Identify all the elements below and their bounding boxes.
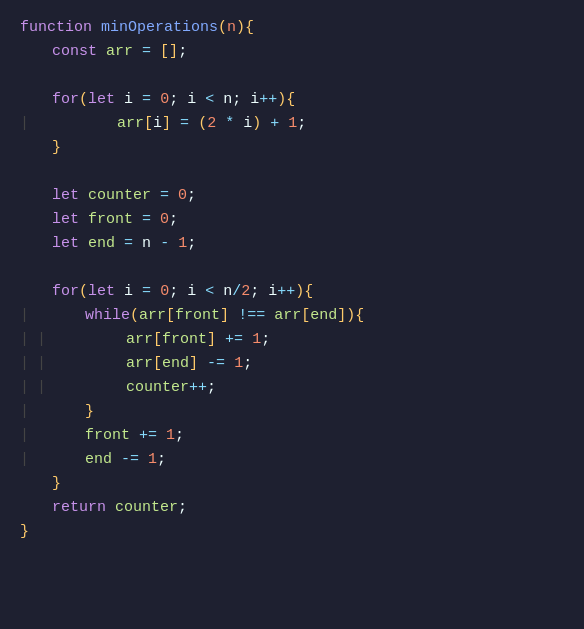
semi6: ; bbox=[187, 232, 196, 256]
var-i7: i bbox=[187, 280, 196, 304]
indent-bar6: | bbox=[37, 352, 46, 376]
var-i: i bbox=[124, 88, 133, 112]
code-line-4: for(let i = 0; i < n; i++){ bbox=[20, 88, 564, 112]
op-minus: - bbox=[160, 232, 169, 256]
var-end4: end bbox=[85, 448, 112, 472]
code-line-8: let counter = 0; bbox=[20, 184, 564, 208]
num-0: 0 bbox=[160, 88, 169, 112]
var-front: front bbox=[88, 208, 133, 232]
var-front2: front bbox=[175, 304, 220, 328]
close-paren2: ) bbox=[252, 112, 261, 136]
code-line-3 bbox=[20, 64, 564, 88]
var-arr6: arr bbox=[126, 352, 153, 376]
semi13: ; bbox=[157, 448, 166, 472]
op-div: / bbox=[232, 280, 241, 304]
close-paren-for2: ) bbox=[295, 280, 304, 304]
indent-bar: | bbox=[20, 112, 29, 136]
op-mul: * bbox=[225, 112, 234, 136]
op-inc: ++ bbox=[259, 88, 277, 112]
keyword-let-counter: let bbox=[52, 184, 79, 208]
keyword-for2: for bbox=[52, 280, 79, 304]
close-bracket3: ] bbox=[220, 304, 229, 328]
param-n: n bbox=[227, 16, 236, 40]
close-brace-while: } bbox=[85, 400, 94, 424]
indent-bar9: | bbox=[20, 400, 29, 424]
keyword-let-front: let bbox=[52, 208, 79, 232]
open-brace-for2: { bbox=[304, 280, 313, 304]
semi2: ; bbox=[232, 88, 241, 112]
var-i5: i bbox=[243, 112, 252, 136]
keyword-const: const bbox=[52, 40, 97, 64]
var-n3: n bbox=[223, 280, 232, 304]
keyword-let: let bbox=[88, 88, 115, 112]
semi1: ; bbox=[169, 88, 178, 112]
indent-bar8: | bbox=[37, 376, 46, 400]
var-i4: i bbox=[153, 112, 162, 136]
keyword-for: for bbox=[52, 88, 79, 112]
keyword-return: return bbox=[52, 496, 106, 520]
num-1e: 1 bbox=[166, 424, 175, 448]
code-line-16: ||counter++; bbox=[20, 376, 564, 400]
var-arr3: arr bbox=[139, 304, 166, 328]
open-brace-for: { bbox=[286, 88, 295, 112]
semi7: ; bbox=[169, 280, 178, 304]
keyword-while: while bbox=[85, 304, 130, 328]
var-n: n bbox=[223, 88, 232, 112]
keyword-function: function bbox=[20, 16, 92, 40]
var-end: end bbox=[88, 232, 115, 256]
close-bracket4: ] bbox=[337, 304, 346, 328]
var-arr: arr bbox=[106, 40, 133, 64]
code-line-19: |end -= 1; bbox=[20, 448, 564, 472]
code-line-17: |} bbox=[20, 400, 564, 424]
indent-bar10: | bbox=[20, 424, 29, 448]
open-bracket6: [ bbox=[153, 352, 162, 376]
keyword-let-end: let bbox=[52, 232, 79, 256]
op-pluseq2: += bbox=[139, 424, 157, 448]
code-line-5: |arr[i] = (2 * i) + 1; bbox=[20, 112, 564, 136]
semi14: ; bbox=[178, 496, 187, 520]
code-line-21: return counter; bbox=[20, 496, 564, 520]
code-line-14: ||arr[front] += 1; bbox=[20, 328, 564, 352]
code-line-18: |front += 1; bbox=[20, 424, 564, 448]
var-counter: counter bbox=[88, 184, 151, 208]
op-minuseq: -= bbox=[207, 352, 225, 376]
var-end2: end bbox=[310, 304, 337, 328]
semi10: ; bbox=[243, 352, 252, 376]
close-bracket5: ] bbox=[207, 328, 216, 352]
code-line-7 bbox=[20, 160, 564, 184]
indent-bar4: | bbox=[37, 328, 46, 352]
close-bracket: ] bbox=[169, 40, 178, 64]
open-bracket5: [ bbox=[153, 328, 162, 352]
semi12: ; bbox=[175, 424, 184, 448]
code-line-12: for(let i = 0; i < n/2; i++){ bbox=[20, 280, 564, 304]
code-line-11 bbox=[20, 256, 564, 280]
num-1: 1 bbox=[288, 112, 297, 136]
open-paren-while: ( bbox=[130, 304, 139, 328]
open-paren-for2: ( bbox=[79, 280, 88, 304]
op-neq: !== bbox=[238, 304, 265, 328]
var-counter2: counter bbox=[126, 376, 189, 400]
open-brace: { bbox=[245, 16, 254, 40]
code-line-22: } bbox=[20, 520, 564, 544]
semi4: ; bbox=[187, 184, 196, 208]
open-bracket3: [ bbox=[166, 304, 175, 328]
var-i2: i bbox=[187, 88, 196, 112]
var-end3: end bbox=[162, 352, 189, 376]
indent-bar11: | bbox=[20, 448, 29, 472]
op-lt: < bbox=[205, 88, 214, 112]
code-line-1: function minOperations(n){ bbox=[20, 16, 564, 40]
code-editor: function minOperations(n){ const arr = [… bbox=[0, 0, 584, 629]
open-paren: ( bbox=[218, 16, 227, 40]
num-1c: 1 bbox=[252, 328, 261, 352]
op-lt2: < bbox=[205, 280, 214, 304]
semi5: ; bbox=[169, 208, 178, 232]
var-arr5: arr bbox=[126, 328, 153, 352]
op-assign: = bbox=[142, 40, 151, 64]
keyword-let2: let bbox=[88, 280, 115, 304]
open-paren2: ( bbox=[198, 112, 207, 136]
indent-bar2: | bbox=[20, 304, 29, 328]
var-front3: front bbox=[162, 328, 207, 352]
num-1b: 1 bbox=[178, 232, 187, 256]
num-2: 2 bbox=[207, 112, 216, 136]
indent-bar3: | bbox=[20, 328, 29, 352]
